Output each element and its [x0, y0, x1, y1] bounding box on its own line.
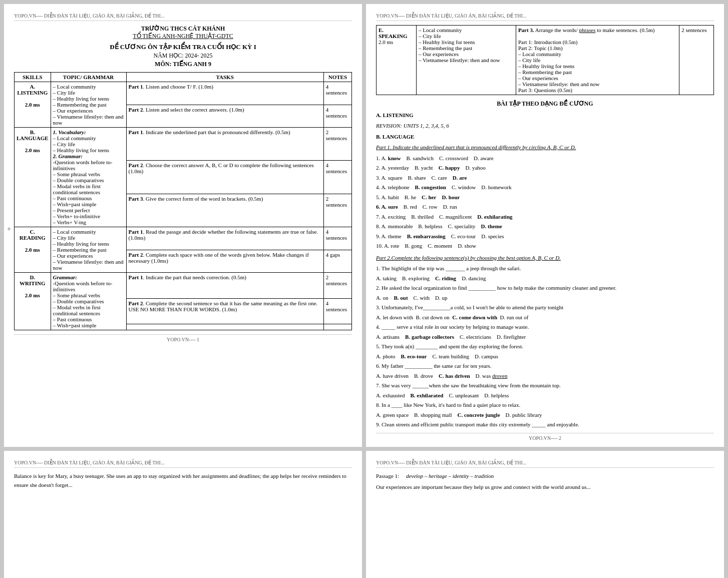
skill-writing: D.WRITING2.0 ms: [15, 273, 51, 330]
q6: 6. A. sure B. red C. row D. run: [376, 203, 714, 211]
notes-listening-2: 4 sentences: [323, 105, 351, 128]
passage-label: Passage 1:: [376, 473, 399, 479]
notes-language-1: 2 sentences: [323, 128, 351, 161]
page-3: YOPO.VN---- DIỄN ĐÀN TÀI LIỆU, GIÁO ÁN, …: [4, 451, 362, 578]
page-4: YOPO.VN---- DIỄN ĐÀN TÀI LIỆU, GIÁO ÁN, …: [366, 451, 724, 578]
task-language-3: Part 3. Give the correct form of the wor…: [126, 194, 323, 227]
part2-label: Part 2.Complete the following sentence(s…: [376, 253, 714, 263]
page-2: YOPO.VN---- DIỄN ĐÀN TÀI LIỆU, GIÁO ÁN, …: [366, 4, 724, 447]
notes-reading-2: 4 gaps: [323, 250, 351, 273]
q1: 1. A. know B. sandwich C. crossword D. a…: [376, 154, 714, 163]
q4: 4. A. telephone B. congestion C. window …: [376, 183, 714, 192]
bai-tap-title: BÀI TẬP THEO DẠNG ĐỀ CƯƠNG: [376, 100, 714, 108]
p2q3: 3. Unfortunately, I've__________a cold, …: [376, 303, 714, 312]
p2q4-opts: A. artisans B. garbage collectors C. ele…: [376, 333, 714, 341]
p2q8-opts: A. green space B. shopping mall C. concr…: [376, 411, 714, 419]
col-notes: NOTES: [323, 73, 351, 82]
task-writing-3: [126, 324, 323, 330]
skill-language: B.LANGUAGE2.0 ms: [15, 128, 51, 227]
p2q3-opts: A. let down with B. cut down on C. come …: [376, 313, 714, 322]
speaking-topics: – Local community – City life – Healthy …: [417, 26, 516, 95]
task-language-1: Part 1. Indicate the underlined part tha…: [126, 128, 323, 161]
part1-label: Part 1. Indicate the underlined part tha…: [376, 143, 714, 152]
p2q4: 4. _____ serve a vital role in our socie…: [376, 323, 714, 331]
p2q7: 7. She was very ______when she saw the b…: [376, 381, 714, 390]
page4-header: YOPO.VN---- DIỄN ĐÀN TÀI LIỆU, GIÁO ÁN, …: [376, 460, 714, 468]
row-writing: D.WRITING2.0 ms Grammar: -Question words…: [15, 273, 352, 299]
topic-writing: Grammar: -Question words before to-infin…: [51, 273, 126, 330]
p2q9: 9. Clean streets and efficient public tr…: [376, 420, 714, 429]
plus-icon[interactable]: +: [7, 225, 11, 233]
p2q2: 2. He asked the local organization to fi…: [376, 284, 714, 292]
speaking-label: E.SPEAKING2.0 ms: [377, 26, 417, 95]
task-reading-2: Part 2. Complete each space with one of …: [126, 250, 323, 273]
page3-text: Balance is key for Mary, a busy teenager…: [14, 472, 352, 489]
task-language-2: Part 2. Choose the correct answer A, B, …: [126, 161, 323, 194]
page2-footer: YOPO.VN---- 2: [376, 433, 714, 441]
speaking-table: E.SPEAKING2.0 ms – Local community – Cit…: [376, 25, 714, 95]
notes-listening-1: 4 sentences: [323, 82, 351, 105]
dept: TỔ TIẾNG ANH-NGHỆ THUẬT-GDTC: [14, 33, 352, 40]
topic-listening: – Local community – City life – Healthy …: [51, 82, 126, 128]
notes-language-2: 4 sentences: [323, 161, 351, 194]
speaking-tasks: Part 3. Arrange the words/ phrases to ma…: [516, 26, 679, 95]
page1-header: YOPO.VN---- DIỄN ĐÀN TÀI LIỆU, GIÁO ÁN, …: [14, 13, 352, 21]
notes-writing-2: 4 sentences: [323, 298, 351, 324]
notes-language-3: 2 sentences: [323, 194, 351, 227]
passage-words: develop – heritage – identity – traditio…: [406, 473, 494, 479]
curriculum-table: SKILLS TOPIC/ GRAMMAR TASKS NOTES A.LIST…: [14, 72, 352, 330]
language-label: B. LANGUAGE: [376, 132, 714, 142]
doc-year: NĂM HỌC: 2024- 2025: [14, 52, 352, 60]
q2: 2. A. yesterday B. yacht C. happy D. yah…: [376, 164, 714, 172]
skill-listening: A.LISTENING2.0 ms: [15, 82, 51, 128]
page4-passage-text: Our experiences are important because th…: [376, 483, 714, 492]
p2q1: 1. The highlight of the trip was _______…: [376, 264, 714, 273]
notes-writing-3: [323, 324, 351, 330]
q10: 10. A. rote B. gong C. moment D. show: [376, 242, 714, 250]
listening-sub: REVISION: UNITS 1, 2, 3,4, 5, 6: [376, 121, 714, 131]
task-writing-1: Part 1. Indicate the part that needs cor…: [126, 273, 323, 299]
p2q7-opts: A. exhausted B. exhilarated C. unpleasan…: [376, 391, 714, 400]
listening-label: A. LISTENING: [376, 111, 714, 120]
doc-subject: MÔN: TIẾNG ANH 9: [14, 61, 352, 68]
col-skills: SKILLS: [15, 73, 51, 82]
doc-title: ĐỀ CƯƠNG ÔN TẬP KIỂM TRA CUỐI HỌC KỲ I: [14, 43, 352, 51]
q5: 5. A. habit B. he C. her D. hour: [376, 193, 714, 202]
p2q6: 6. My father __________ the same car for…: [376, 362, 714, 370]
p2q8: 8. In a ____ like New York, it's hard to…: [376, 401, 714, 409]
q9: 9. A. theme B. embarrassing C. eco-tour …: [376, 232, 714, 241]
page-1: YOPO.VN---- DIỄN ĐÀN TÀI LIỆU, GIÁO ÁN, …: [4, 4, 362, 447]
task-listening-2: Part 2. Listen and select the correct an…: [126, 105, 323, 128]
school-name: TRƯỜNG THCS CÁT KHÁNH: [14, 25, 352, 33]
page4-content: Passage 1: develop – heritage – identity…: [376, 472, 714, 491]
page2-header: YOPO.VN---- DIỄN ĐÀN TÀI LIỆU, GIÁO ÁN, …: [376, 13, 714, 21]
col-topic: TOPIC/ GRAMMAR: [51, 73, 126, 82]
row-listening: A.LISTENING2.0 ms – Local community – Ci…: [15, 82, 352, 105]
col-tasks: TASKS: [126, 73, 323, 82]
p2q6-opts: A. have driven B. drove C. has driven D.…: [376, 372, 714, 380]
task-listening-1: Part 1. Listen and choose T/ F. (1.0m): [126, 82, 323, 105]
notes-reading-1: 4 sentences: [323, 227, 351, 250]
q8: 8. A. memorable B. helpless C. specialit…: [376, 222, 714, 231]
task-reading-1: Part 1. Read the passge and decide wheth…: [126, 227, 323, 250]
q7: 7. A. exciting B. thrilled C. magnificen…: [376, 213, 714, 221]
row-speaking: E.SPEAKING2.0 ms – Local community – Cit…: [377, 26, 714, 95]
page3-header: YOPO.VN---- DIỄN ĐÀN TÀI LIỆU, GIÁO ÁN, …: [14, 460, 352, 468]
notes-writing-1: 2 sentences: [323, 273, 351, 299]
skill-reading: C.READING2.0 ms: [15, 227, 51, 273]
page3-content: Balance is key for Mary, a busy teenager…: [14, 472, 352, 489]
row-language: B.LANGUAGE2.0 ms 1. Vocabulary: – Local …: [15, 128, 352, 161]
page1-footer: YOPO.VN---- 1: [14, 334, 352, 342]
task-writing-2: Part 2. Complete the second sentence so …: [126, 298, 323, 324]
row-reading: C.READING2.0 ms – Local community – City…: [15, 227, 352, 250]
p2q5: 5. They took a(n) ________ and spent the…: [376, 342, 714, 351]
page4-passage-label: Passage 1: develop – heritage – identity…: [376, 472, 714, 481]
speaking-notes: 2 sentences: [679, 26, 714, 95]
p2q1-opts: A. taking B. exploring C. riding D. danc…: [376, 274, 714, 283]
p2q2-opts: A. on B. out C. with D. up: [376, 294, 714, 302]
topic-reading: – Local community – City life – Healthy …: [51, 227, 126, 273]
q3: 3. A. square B. share C. care D. are: [376, 174, 714, 182]
p2q5-opts: A. photo B. eco-tour C. team building D.…: [376, 352, 714, 361]
topic-language: 1. Vocabulary: – Local community – City …: [51, 128, 126, 227]
